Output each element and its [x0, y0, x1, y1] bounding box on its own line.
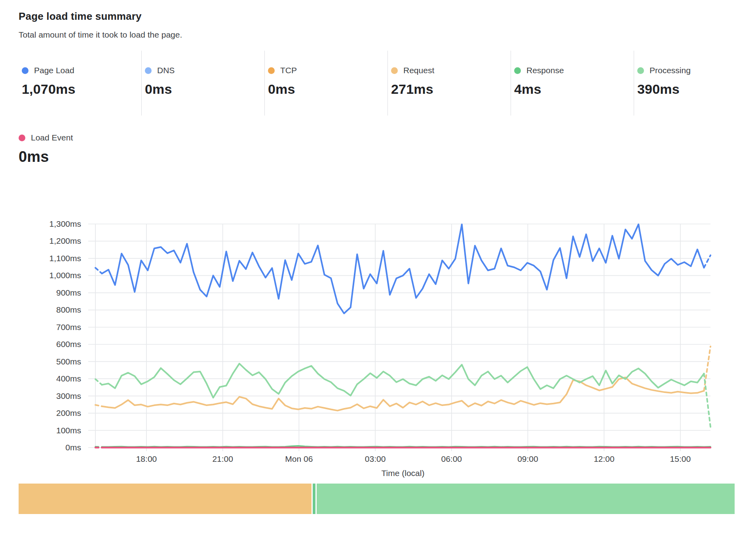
- brush-segment-handle[interactable]: [313, 484, 315, 514]
- svg-text:18:00: 18:00: [136, 454, 157, 463]
- svg-text:09:00: 09:00: [517, 454, 538, 463]
- brush-segment-request[interactable]: [19, 484, 312, 514]
- svg-text:15:00: 15:00: [670, 454, 691, 463]
- svg-text:900ms: 900ms: [56, 288, 81, 297]
- svg-text:200ms: 200ms: [56, 408, 81, 417]
- svg-text:06:00: 06:00: [441, 454, 462, 463]
- svg-text:100ms: 100ms: [56, 426, 81, 435]
- svg-text:Mon 06: Mon 06: [285, 454, 313, 463]
- timeseries-chart[interactable]: 0ms100ms200ms300ms400ms500ms600ms700ms80…: [0, 0, 756, 535]
- svg-text:400ms: 400ms: [56, 374, 81, 383]
- svg-text:0ms: 0ms: [65, 443, 81, 452]
- svg-text:1,000ms: 1,000ms: [49, 271, 81, 280]
- svg-text:12:00: 12:00: [594, 454, 615, 463]
- svg-text:500ms: 500ms: [56, 357, 81, 366]
- svg-text:600ms: 600ms: [56, 340, 81, 349]
- svg-text:800ms: 800ms: [56, 305, 81, 314]
- svg-text:03:00: 03:00: [365, 454, 386, 463]
- svg-text:700ms: 700ms: [56, 323, 81, 332]
- svg-text:1,100ms: 1,100ms: [49, 254, 81, 263]
- page-load-summary-panel: Page load time summary Total amount of t…: [0, 0, 756, 535]
- time-range-brush[interactable]: [19, 484, 735, 514]
- svg-text:300ms: 300ms: [56, 391, 81, 400]
- svg-text:21:00: 21:00: [212, 454, 233, 463]
- svg-text:Time (local): Time (local): [382, 469, 425, 478]
- svg-text:1,300ms: 1,300ms: [49, 219, 81, 228]
- svg-text:1,200ms: 1,200ms: [49, 236, 81, 245]
- brush-segment-processing[interactable]: [317, 484, 735, 514]
